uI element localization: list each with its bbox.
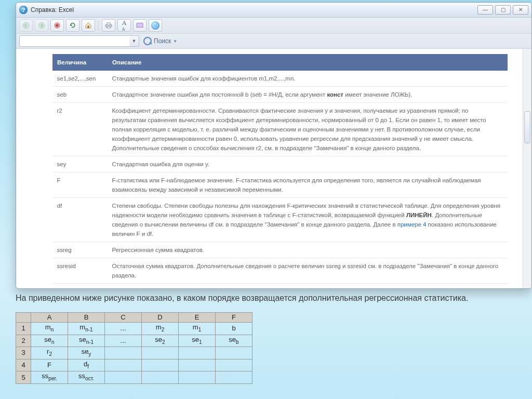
nav-home-button[interactable] [82, 19, 95, 32]
grid-row: 2sensen-1...se2se1seb [16, 335, 252, 347]
vertical-scrollbar[interactable] [523, 49, 531, 288]
grid-cell: se1 [179, 335, 216, 347]
grid-row-header: 1 [16, 323, 31, 335]
grid-cell [179, 347, 216, 360]
svg-rect-5 [107, 26, 110, 28]
grid-row: 3r2sey [16, 347, 252, 360]
desc-cell: Степени свободы. Степени свободы полезны… [108, 198, 508, 242]
search-input[interactable] [19, 35, 131, 47]
home-icon [85, 22, 92, 29]
grid-col-header: C [105, 313, 142, 323]
grid-cell [216, 347, 252, 360]
stop-icon [54, 22, 60, 29]
term-cell: ssreg [53, 242, 108, 258]
grid-cell [142, 347, 179, 360]
printer-icon [105, 22, 112, 29]
term-cell: r2 [53, 103, 108, 156]
close-button[interactable]: ✕ [513, 5, 528, 15]
table-row: ssresidОстаточная сумма квадратов. Допол… [53, 258, 508, 284]
output-layout-grid: ABCDEF 1mnmn-1...m2m1b2sensen-1...se2se1… [16, 312, 252, 384]
nav-forward-button[interactable] [35, 19, 48, 32]
grid-cell: seb [216, 335, 252, 347]
nav-refresh-button[interactable] [66, 19, 79, 32]
term-cell: ssresid [53, 258, 108, 284]
help-document: Величина Описание se1,se2,...,senСтандар… [16, 49, 523, 288]
grid-cell: se2 [142, 335, 179, 347]
grid-col-header: E [179, 313, 216, 323]
app-icon: ? [19, 6, 28, 14]
grid-cell [105, 359, 142, 371]
scrollbar-thumb[interactable] [524, 111, 530, 143]
grid-row-header: 2 [16, 335, 31, 347]
keep-on-top-button[interactable] [149, 19, 162, 32]
grid-cell: r2 [31, 347, 68, 360]
grid-cell: ... [105, 335, 142, 347]
window-title: Справка: Excel [31, 6, 74, 14]
grid-cell: ssост. [68, 371, 105, 384]
grid-col-header: A [31, 313, 68, 323]
titlebar: ? Справка: Excel — ▢ ✕ [16, 3, 531, 18]
grid-cell [142, 371, 179, 384]
font-size-button[interactable]: AA [117, 19, 131, 32]
definitions-table: Величина Описание se1,se2,...,senСтандар… [52, 54, 508, 284]
th-param: Величина [53, 55, 108, 71]
desc-cell: Остаточная сумма квадратов. Дополнительн… [108, 258, 508, 284]
term-cell: sey [53, 156, 108, 172]
help-window: ? Справка: Excel — ▢ ✕ [16, 2, 532, 289]
table-row: dfСтепени свободы. Степени свободы полез… [53, 198, 508, 242]
arrow-right-icon [38, 22, 45, 29]
svg-point-0 [23, 22, 29, 29]
desc-cell: Стандартное значение ошибки для постоянн… [108, 87, 508, 103]
grid-cell: sey [68, 347, 105, 360]
grid-cell [179, 371, 216, 384]
term-cell: df [53, 198, 108, 242]
search-icon [143, 37, 152, 45]
print-button[interactable] [102, 19, 115, 32]
term-cell: F [53, 172, 108, 198]
search-button[interactable]: Поиск ▼ [143, 37, 177, 45]
table-row: seyСтандартная ошибка для оценки y. [53, 156, 508, 172]
grid-corner [16, 313, 31, 323]
table-row: FF-статистика или F-наблюдаемое значение… [53, 172, 508, 198]
toolbar-separator [98, 20, 99, 31]
maximize-button[interactable]: ▢ [495, 5, 511, 15]
svg-point-1 [38, 22, 45, 29]
minimize-button[interactable]: — [477, 5, 493, 15]
table-row: ssregРегрессионная сумма квадратов. [53, 242, 508, 258]
search-bar: ▼ Поиск ▼ [16, 34, 531, 49]
grid-cell: sen [31, 335, 68, 347]
arrow-left-icon [22, 22, 30, 29]
grid-cell [179, 359, 216, 371]
grid-cell: m2 [142, 323, 179, 335]
table-row: r2Коэффициент детерминированности. Сравн… [53, 103, 508, 156]
grid-cell [105, 347, 142, 360]
search-history-dropdown[interactable]: ▼ [129, 35, 139, 47]
grid-row-header: 4 [16, 359, 31, 371]
desc-cell: Стандартная ошибка для оценки y. [108, 156, 508, 172]
grid-row: 5ssрег.ssост. [16, 371, 252, 384]
grid-cell: mn-1 [68, 323, 105, 335]
nav-stop-button[interactable] [50, 19, 64, 32]
desc-cell: Регрессионная сумма квадратов. [108, 242, 508, 258]
desc-cell: F-статистика или F-наблюдаемое значение.… [108, 172, 508, 198]
toc-button[interactable] [133, 19, 147, 32]
term-cell: se1,se2,...,sen [53, 71, 108, 87]
search-label-text: Поиск [154, 37, 171, 45]
grid-cell [216, 371, 252, 384]
table-row: sebСтандартное значение ошибки для посто… [53, 87, 508, 103]
grid-cell: m1 [179, 323, 216, 335]
grid-cell: F [31, 359, 68, 371]
grid-row: 4Fdf [16, 359, 252, 371]
desc-cell: Коэффициент детерминированности. Сравнив… [108, 103, 508, 156]
grid-row-header: 5 [16, 371, 31, 384]
desc-cell: Стандартные значения ошибок для коэффици… [108, 71, 508, 87]
table-row: se1,se2,...,senСтандартные значения ошиб… [53, 71, 508, 87]
grid-row: 1mnmn-1...m2m1b [16, 323, 252, 335]
grid-row-header: 3 [16, 347, 31, 360]
search-dropdown-caret: ▼ [173, 39, 177, 44]
grid-col-header: F [216, 313, 252, 323]
grid-cell: ... [105, 323, 142, 335]
nav-back-button[interactable] [19, 19, 33, 32]
help-content-viewport: Величина Описание se1,se2,...,senСтандар… [16, 49, 531, 288]
grid-col-header: B [68, 313, 105, 323]
